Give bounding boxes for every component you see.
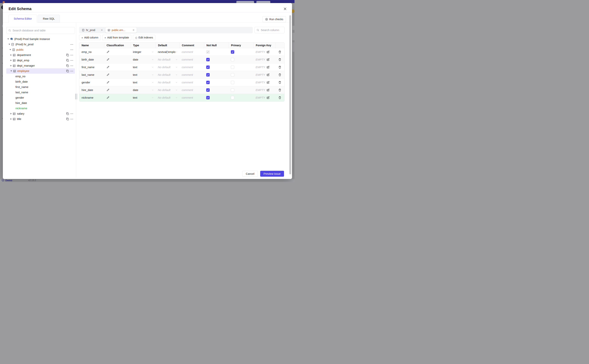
caret-right-icon[interactable] [11,54,12,56]
edit-square-icon[interactable] [267,66,269,69]
edit-square-icon[interactable] [267,58,269,61]
cell-name[interactable]: emp_no [79,48,104,56]
cell-type[interactable]: text [131,63,155,71]
pencil-icon[interactable] [106,81,109,84]
cell-comment[interactable]: comment [179,94,204,101]
caret-right-icon[interactable] [11,60,12,61]
checkbox-unchecked[interactable] [231,65,234,69]
pencil-icon[interactable] [106,66,109,69]
cell-type[interactable]: integer [131,48,155,56]
panel-resize-handle[interactable] [75,94,77,99]
pencil-icon[interactable] [106,89,109,91]
copy-icon[interactable] [66,70,69,73]
checkbox-checked[interactable] [231,50,234,54]
cell-comment[interactable]: comment [179,71,204,78]
ellipsis-menu-icon[interactable] [70,117,74,121]
checkbox-unchecked[interactable] [231,88,234,92]
cell-name[interactable]: gender [79,79,104,86]
edit-square-icon[interactable] [267,81,269,84]
ellipsis-menu-icon[interactable] [70,64,74,67]
cell-default[interactable]: nextval('employ [155,48,179,56]
tree-item--prod-hr_prod[interactable]: (Prod) hr_prod [6,42,75,47]
tree-item-salary[interactable]: salary [6,111,75,116]
cell-classification[interactable] [104,48,131,56]
ellipsis-menu-icon[interactable] [70,43,74,46]
cell-name[interactable]: hire_date [79,86,104,94]
copy-icon[interactable] [66,117,69,121]
checkbox-checked[interactable] [206,65,210,69]
tab-schema-editor[interactable]: Schema Editor [9,15,37,23]
tree-item-hire_date[interactable]: hire_date [6,100,75,106]
pencil-icon[interactable] [106,96,109,99]
checkbox-unchecked[interactable] [231,96,234,99]
edit-indexes-button[interactable]: ◇Edit indexes [133,35,155,40]
tree-search-input[interactable] [13,29,73,32]
cell-comment[interactable]: comment [179,56,204,63]
ellipsis-menu-icon[interactable] [70,53,74,57]
trash-icon[interactable] [278,66,281,69]
cell-classification[interactable] [104,94,131,101]
ellipsis-menu-icon[interactable] [70,70,74,73]
cell-type[interactable]: text [131,71,155,78]
cell-comment[interactable]: comment [179,86,204,94]
cell-type[interactable]: text [131,79,155,86]
checkbox-checked[interactable] [206,73,210,77]
checkbox-unchecked[interactable] [231,58,234,61]
tree-item-nickname[interactable]: nickname [6,106,75,111]
editor-tab-hr_prod[interactable]: hr_prod✕ [80,27,105,33]
cell-classification[interactable] [104,71,131,78]
tab-raw-sql[interactable]: Raw SQL [38,15,60,22]
preview-issue-button[interactable]: Preview issue [260,171,284,177]
close-tab-icon[interactable]: ✕ [101,29,103,32]
copy-icon[interactable] [66,64,69,67]
tree-item--prod-prod-sample-instance[interactable]: (Prod) Prod Sample Instance [6,36,75,42]
caret-down-icon[interactable] [11,71,12,72]
tree-item-dept_manager[interactable]: dept_manager [6,63,75,68]
trash-icon[interactable] [278,96,281,99]
add-from-template-button[interactable]: +Add from template [102,35,131,40]
pencil-icon[interactable] [106,51,109,53]
edit-square-icon[interactable] [267,89,269,91]
trash-icon[interactable] [278,89,281,91]
cell-default[interactable]: No default [155,56,179,63]
cell-classification[interactable] [104,79,131,86]
trash-icon[interactable] [278,81,281,84]
cell-default[interactable]: No default [155,71,179,78]
cell-default[interactable]: No default [155,79,179,86]
cell-default[interactable]: No default [155,94,179,101]
ellipsis-menu-icon[interactable] [70,48,74,52]
editor-tab-public.em...[interactable]: public.em...✕ [105,27,137,33]
checkbox-checked[interactable] [206,58,210,61]
tree-item-gender[interactable]: gender [6,95,75,100]
run-checks-button[interactable]: Run checks [262,16,286,22]
copy-icon[interactable] [66,53,69,57]
close-button[interactable] [282,6,288,11]
cell-name[interactable]: last_name [79,71,104,78]
cell-classification[interactable] [104,86,131,94]
tree-item-first_name[interactable]: first_name [6,84,75,90]
caret-right-icon[interactable] [11,113,12,114]
cell-classification[interactable] [104,56,131,63]
cancel-button[interactable]: Cancel [242,171,258,177]
column-search-input[interactable] [261,29,282,32]
tree-item-department[interactable]: department [6,52,75,58]
edit-square-icon[interactable] [267,73,269,76]
caret-down-icon[interactable] [7,39,9,39]
checkbox-checked[interactable] [206,81,210,84]
cell-name[interactable]: birth_date [79,56,104,63]
checkbox-checked[interactable] [206,88,210,92]
cell-classification[interactable] [104,63,131,71]
edit-square-icon[interactable] [267,96,269,99]
trash-icon[interactable] [278,73,281,76]
tree-item-title[interactable]: title [6,116,75,122]
cell-comment[interactable]: comment [179,79,204,86]
cell-default[interactable]: No default [155,86,179,94]
tree-item-public[interactable]: public [6,47,75,52]
pencil-icon[interactable] [106,73,109,76]
caret-right-icon[interactable] [11,118,12,120]
trash-icon[interactable] [278,58,281,61]
tree-item-employee[interactable]: employee [6,68,75,74]
modal-scrollbar[interactable] [289,15,291,174]
edit-square-icon[interactable] [267,51,269,53]
checkbox-unchecked[interactable] [231,81,234,84]
